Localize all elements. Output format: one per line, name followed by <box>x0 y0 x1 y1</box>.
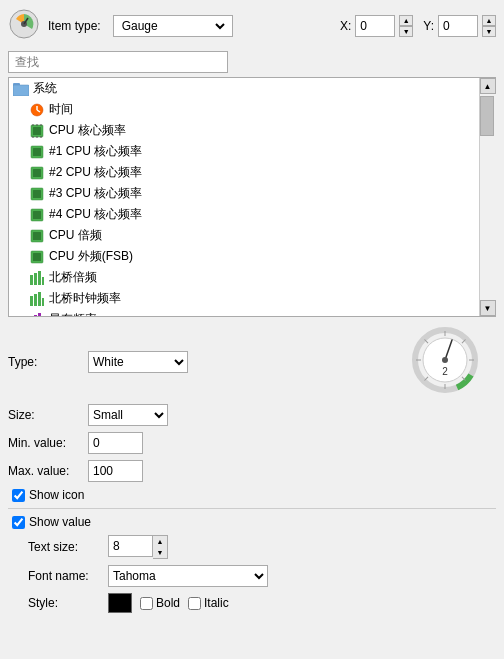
show-value-label[interactable]: Show value <box>29 515 91 529</box>
type-row: Type: White Black Green Blue <box>8 325 496 398</box>
tree-item-cpu4-core-freq[interactable]: #4 CPU 核心频率 <box>9 204 479 225</box>
svg-rect-36 <box>42 298 44 306</box>
folder-icon <box>13 81 29 97</box>
tree-item-cpu1-core-freq[interactable]: #1 CPU 核心频率 <box>9 141 479 162</box>
svg-point-51 <box>442 357 448 363</box>
bold-label[interactable]: Bold <box>156 596 180 610</box>
x-spin-up[interactable]: ▲ <box>399 15 413 26</box>
cpu-icon-1 <box>29 123 45 139</box>
min-value-label: Min. value: <box>8 436 88 450</box>
time-label: 时间 <box>49 101 73 118</box>
svg-text:2: 2 <box>442 366 448 377</box>
tree-item-cpu-core-freq[interactable]: CPU 核心频率 <box>9 120 479 141</box>
svg-rect-34 <box>34 294 37 306</box>
cpu4-core-freq-label: #4 CPU 核心频率 <box>49 206 142 223</box>
max-value-label: Max. value: <box>8 464 88 478</box>
style-controls: Bold Italic <box>108 593 229 613</box>
tree-item-cpu3-core-freq[interactable]: #3 CPU 核心频率 <box>9 183 479 204</box>
max-value-input[interactable] <box>88 460 143 482</box>
show-icon-checkbox[interactable] <box>12 489 25 502</box>
x-input[interactable] <box>355 15 395 37</box>
tree-item-cpu-multiplier[interactable]: CPU 倍频 <box>9 225 479 246</box>
cpu3-core-freq-label: #3 CPU 核心频率 <box>49 185 142 202</box>
mem-freq-label: 显存频率 <box>49 311 97 316</box>
scrollbar[interactable]: ▲ ▼ <box>479 78 495 316</box>
text-size-spin-up[interactable]: ▲ <box>153 536 167 547</box>
tree-item-cpu-fsb[interactable]: CPU 外频(FSB) <box>9 246 479 267</box>
scroll-thumb[interactable] <box>480 96 494 136</box>
tree-list[interactable]: 系统 时间 <box>9 78 479 316</box>
tree-item-north-bridge-mult[interactable]: 北桥倍频 <box>9 267 479 288</box>
main-container: Item type: Gauge Bar Text Image X: ▲ ▼ Y… <box>0 0 504 627</box>
gauge-preview-container: 2 <box>410 325 480 398</box>
italic-check-group: Italic <box>188 596 229 610</box>
svg-rect-20 <box>33 169 41 177</box>
show-icon-label[interactable]: Show icon <box>29 488 84 502</box>
cpu2-core-freq-label: #2 CPU 核心频率 <box>49 164 142 181</box>
text-size-spin-buttons[interactable]: ▲ ▼ <box>153 535 168 559</box>
type-select[interactable]: White Black Green Blue <box>89 352 187 372</box>
size-select[interactable]: Small Medium Large <box>89 405 167 425</box>
svg-rect-38 <box>34 315 37 317</box>
tree-item-system[interactable]: 系统 <box>9 78 479 99</box>
type-combo[interactable]: White Black Green Blue <box>88 351 188 373</box>
y-spinner[interactable]: ▲ ▼ <box>482 15 496 37</box>
italic-label[interactable]: Italic <box>204 596 229 610</box>
style-label: Style: <box>28 596 108 610</box>
min-value-input[interactable] <box>88 432 143 454</box>
cpu-multiplier-label: CPU 倍频 <box>49 227 102 244</box>
svg-rect-29 <box>30 275 33 285</box>
y-spin-up[interactable]: ▲ <box>482 15 496 26</box>
size-combo[interactable]: Small Medium Large <box>88 404 168 426</box>
font-select[interactable]: Tahoma Arial Verdana Courier New Times N… <box>109 566 267 586</box>
text-size-spinner-group[interactable]: ▲ ▼ <box>108 535 168 559</box>
bottom-section: Type: White Black Green Blue <box>8 325 496 613</box>
svg-rect-30 <box>34 273 37 285</box>
show-icon-row: Show icon <box>8 488 496 502</box>
max-value-row: Max. value: <box>8 460 496 482</box>
item-type-select[interactable]: Gauge Bar Text Image <box>118 18 228 34</box>
cpu-icon-4 <box>29 186 45 202</box>
font-color-button[interactable] <box>108 593 132 613</box>
x-spin-down[interactable]: ▼ <box>399 26 413 37</box>
svg-rect-26 <box>33 232 41 240</box>
tree-item-mem-freq[interactable]: 显存频率 <box>9 309 479 316</box>
svg-rect-22 <box>33 190 41 198</box>
cpu-icon-5 <box>29 207 45 223</box>
x-label: X: <box>340 19 351 33</box>
svg-rect-10 <box>33 127 41 135</box>
show-value-row: Show value <box>8 515 496 529</box>
min-value-row: Min. value: <box>8 432 496 454</box>
bars-icon-3 <box>29 312 45 317</box>
svg-rect-39 <box>38 313 41 317</box>
text-size-row: Text size: ▲ ▼ <box>8 535 496 559</box>
x-spinner[interactable]: ▲ ▼ <box>399 15 413 37</box>
gauge-preview-svg: 2 <box>410 325 480 395</box>
italic-checkbox[interactable] <box>188 597 201 610</box>
text-size-input[interactable] <box>108 535 153 557</box>
search-input[interactable] <box>8 51 228 73</box>
y-input[interactable] <box>438 15 478 37</box>
y-spin-down[interactable]: ▼ <box>482 26 496 37</box>
font-combo[interactable]: Tahoma Arial Verdana Courier New Times N… <box>108 565 268 587</box>
text-size-label: Text size: <box>28 540 108 554</box>
size-label: Size: <box>8 408 88 422</box>
cpu-icon-7 <box>29 249 45 265</box>
tree-item-north-bridge-clock[interactable]: 北桥时钟频率 <box>9 288 479 309</box>
tree-container: 系统 时间 <box>8 77 496 317</box>
svg-rect-28 <box>33 253 41 261</box>
style-row: Style: Bold Italic <box>8 593 496 613</box>
bars-icon-2 <box>29 291 45 307</box>
bold-checkbox[interactable] <box>140 597 153 610</box>
tree-item-time[interactable]: 时间 <box>9 99 479 120</box>
item-type-label: Item type: <box>48 19 101 33</box>
scroll-up-btn[interactable]: ▲ <box>480 78 496 94</box>
text-size-spin-down[interactable]: ▼ <box>153 547 167 558</box>
scroll-down-btn[interactable]: ▼ <box>480 300 496 316</box>
show-value-checkbox[interactable] <box>12 516 25 529</box>
tree-item-cpu2-core-freq[interactable]: #2 CPU 核心频率 <box>9 162 479 183</box>
item-type-combo[interactable]: Gauge Bar Text Image <box>113 15 233 37</box>
north-bridge-clock-label: 北桥时钟频率 <box>49 290 121 307</box>
type-label: Type: <box>8 355 88 369</box>
header-row: Item type: Gauge Bar Text Image X: ▲ ▼ Y… <box>8 8 496 43</box>
